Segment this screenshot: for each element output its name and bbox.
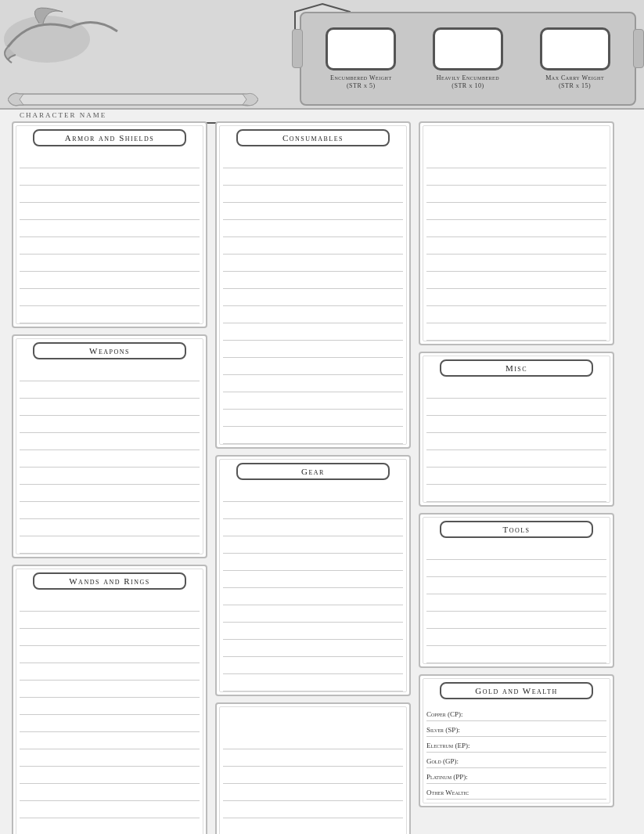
entry-line[interactable] [223,674,403,691]
entry-line[interactable] [223,801,403,818]
entry-line[interactable] [223,323,403,341]
entry-line[interactable] [223,588,403,605]
entry-line[interactable] [20,306,200,323]
entry-line[interactable] [223,392,403,410]
entry-line[interactable] [223,640,403,657]
other-wealth-line[interactable]: Other Wealth: [426,785,606,800]
entry-line[interactable] [426,237,606,255]
entry-line[interactable] [20,255,200,272]
entry-line[interactable] [426,186,606,203]
entry-line[interactable] [426,646,606,663]
entry-line[interactable] [426,416,606,433]
encumbered-weight-input[interactable] [326,27,396,70]
heavily-encumbered-input[interactable] [433,27,503,70]
entry-line[interactable] [223,767,403,784]
max-carry-weight-input[interactable] [540,27,610,70]
entry-line[interactable] [223,151,403,168]
entry-line[interactable] [223,203,403,220]
entry-line[interactable] [20,237,200,255]
platinum-line[interactable]: Platinum (PP): [426,770,606,784]
entry-line[interactable] [426,399,606,416]
entry-line[interactable] [223,410,403,427]
entry-line[interactable] [426,272,606,289]
entry-line[interactable] [426,612,606,629]
entry-line[interactable] [20,433,200,450]
entry-line[interactable] [20,767,200,784]
entry-line[interactable] [223,623,403,640]
entry-line[interactable] [223,784,403,801]
entry-line[interactable] [20,784,200,801]
entry-line[interactable] [223,657,403,674]
entry-line[interactable] [223,427,403,444]
entry-line[interactable] [20,203,200,220]
entry-line[interactable] [223,485,403,502]
entry-line[interactable] [223,732,403,749]
entry-line[interactable] [426,255,606,272]
entry-line[interactable] [426,220,606,237]
entry-line[interactable] [20,536,200,554]
entry-line[interactable] [20,364,200,381]
entry-line[interactable] [20,416,200,433]
entry-line[interactable] [20,629,200,646]
entry-line[interactable] [20,399,200,416]
entry-line[interactable] [426,577,606,594]
entry-line[interactable] [20,646,200,663]
entry-line[interactable] [426,594,606,612]
entry-line[interactable] [223,749,403,767]
copper-line[interactable]: Copper (CP): [426,707,606,721]
entry-line[interactable] [20,663,200,681]
entry-line[interactable] [223,220,403,237]
entry-line[interactable] [223,554,403,571]
entry-line[interactable] [20,502,200,519]
entry-line[interactable] [20,681,200,698]
entry-line[interactable] [20,289,200,306]
entry-line[interactable] [20,801,200,818]
entry-line[interactable] [20,485,200,502]
entry-line[interactable] [20,749,200,767]
entry-line[interactable] [223,237,403,255]
entry-line[interactable] [223,375,403,392]
entry-line[interactable] [426,485,606,502]
electrum-line[interactable]: Electrum (EP): [426,738,606,753]
entry-line[interactable] [20,698,200,715]
entry-line[interactable] [223,605,403,623]
entry-line[interactable] [20,168,200,186]
entry-line[interactable] [20,450,200,468]
entry-line[interactable] [20,732,200,749]
entry-line[interactable] [223,289,403,306]
entry-line[interactable] [223,502,403,519]
entry-line[interactable] [426,468,606,485]
entry-line[interactable] [426,203,606,220]
entry-line[interactable] [223,306,403,323]
entry-line[interactable] [20,612,200,629]
entry-line[interactable] [20,186,200,203]
entry-line[interactable] [20,715,200,732]
entry-line[interactable] [20,818,200,834]
entry-line[interactable] [426,629,606,646]
entry-line[interactable] [223,571,403,588]
entry-line[interactable] [223,168,403,186]
entry-line[interactable] [426,168,606,186]
entry-line[interactable] [20,594,200,612]
entry-line[interactable] [223,519,403,536]
entry-line[interactable] [223,536,403,554]
entry-line[interactable] [223,818,403,834]
entry-line[interactable] [426,450,606,468]
entry-line[interactable] [20,381,200,399]
entry-line[interactable] [223,358,403,375]
silver-line[interactable]: Silver (SP): [426,723,606,737]
entry-line[interactable] [20,468,200,485]
entry-line[interactable] [20,519,200,536]
entry-line[interactable] [426,306,606,323]
entry-line[interactable] [20,151,200,168]
entry-line[interactable] [426,381,606,399]
gold-line[interactable]: Gold (GP): [426,754,606,768]
entry-line[interactable] [223,186,403,203]
entry-line[interactable] [426,323,606,341]
entry-line[interactable] [20,220,200,237]
entry-line[interactable] [20,272,200,289]
entry-line[interactable] [426,543,606,560]
entry-line[interactable] [426,151,606,168]
entry-line[interactable] [426,433,606,450]
entry-line[interactable] [426,289,606,306]
